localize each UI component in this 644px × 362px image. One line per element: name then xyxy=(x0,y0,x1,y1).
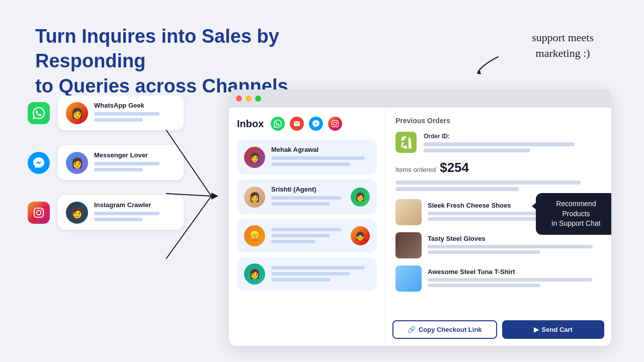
product-thumb-gloves xyxy=(395,232,422,258)
placeholder-line xyxy=(94,162,159,165)
product-bar xyxy=(428,284,540,287)
instagram-contact-name: Instagram Crawler xyxy=(94,201,176,209)
tooltip-line2: in Support Chat xyxy=(551,219,600,227)
agent-avatar: 👩 xyxy=(351,188,370,207)
placeholder-line xyxy=(271,228,341,231)
send-cart-button[interactable]: ▶ Send Cart xyxy=(502,320,605,339)
placeholder-line xyxy=(94,112,159,116)
product-item-gloves: Tasty Steel Gloves xyxy=(395,232,601,258)
product-info-tshirt: Awesome Steel Tuna T-Shirt xyxy=(428,268,601,289)
messenger-contact-info: Messenger Lover xyxy=(94,151,176,174)
product-item-tshirt: Awesome Steel Tuna T-Shirt xyxy=(395,265,601,292)
copy-checkout-link-button[interactable]: 🔗 Copy Checkout Link xyxy=(392,320,497,339)
instagram-row: 🧑 Instagram Crawler xyxy=(28,195,184,230)
mehak-name: Mehak Agrawal xyxy=(271,146,370,153)
whatsapp-contact-avatar: 👩 xyxy=(66,102,88,124)
chat-item-mehak[interactable]: 👩 Mehak Agrawal xyxy=(237,140,377,174)
placeholder-line xyxy=(94,118,143,122)
chat-item-4[interactable]: 👩 xyxy=(237,257,377,291)
placeholder-line xyxy=(271,272,350,276)
product-info-gloves: Tasty Steel Gloves xyxy=(428,235,601,256)
srishti-avatar: 👩 xyxy=(244,187,265,208)
whatsapp-icon xyxy=(28,102,50,124)
whatsapp-contact-card: 👩 WhatsApp Geek xyxy=(58,96,184,130)
messenger-contact-avatar: 👩 xyxy=(66,152,88,174)
instagram-contact-avatar: 🧑 xyxy=(66,202,88,224)
placeholder-line xyxy=(271,156,365,160)
orders-buttons: 🔗 Copy Checkout Link ▶ Send Cart xyxy=(392,320,604,339)
placeholder-line xyxy=(271,278,331,282)
browser-window: Inbox xyxy=(229,89,611,346)
instagram-icon xyxy=(28,202,50,224)
window-minimize-dot xyxy=(246,96,252,102)
mehak-avatar: 👩 xyxy=(244,147,265,168)
items-ordered-label: Items ordered xyxy=(395,166,436,173)
instagram-contact-info: Instagram Crawler xyxy=(94,201,176,224)
inbox-email-icon[interactable] xyxy=(290,117,304,131)
browser-titlebar xyxy=(229,89,611,108)
headline: Turn Inquires into Sales by Responding t… xyxy=(35,24,377,99)
orders-panel-title: Previous Orders xyxy=(395,117,601,125)
order-bars xyxy=(395,180,601,191)
chat-item-3[interactable]: 👱 👧 xyxy=(237,219,377,252)
placeholder-line xyxy=(94,168,143,171)
shopify-logo xyxy=(395,132,417,153)
browser-content: Inbox xyxy=(229,108,611,346)
chat3-avatar: 👱 xyxy=(244,225,265,246)
inbox-instagram-icon[interactable] xyxy=(328,117,342,131)
window-maximize-dot xyxy=(255,96,261,102)
items-ordered-row: Items ordered $254 xyxy=(395,160,601,175)
send-cart-label: Send Cart xyxy=(542,326,573,333)
left-channels-panel: 👩 WhatsApp Geek 👩 Messenger Lover xyxy=(28,96,184,245)
placeholder-line xyxy=(271,240,315,243)
inbox-title: Inbox xyxy=(237,118,264,130)
order-id-info: Order ID: xyxy=(424,133,601,152)
product-bar xyxy=(428,250,540,254)
srishti-name: Srishti (Agent) xyxy=(271,186,345,193)
chat3-right-avatar: 👧 xyxy=(351,226,370,245)
placeholder-line xyxy=(271,234,330,237)
inbox-messenger-icon[interactable] xyxy=(309,117,323,131)
mehak-info: Mehak Agrawal xyxy=(271,146,370,168)
messenger-icon xyxy=(28,152,50,174)
product-bar xyxy=(428,278,593,282)
srishti-info: Srishti (Agent) xyxy=(271,186,345,208)
send-icon: ▶ xyxy=(534,326,539,333)
orders-panel: Previous Orders Order ID: Items ordered … xyxy=(385,108,611,346)
order-id-label: Order ID: xyxy=(424,133,601,140)
svg-marker-4 xyxy=(211,193,218,200)
product-bar xyxy=(428,245,593,248)
messenger-contact-name: Messenger Lover xyxy=(94,151,176,159)
whatsapp-contact-info: WhatsApp Geek xyxy=(94,102,176,124)
recommend-products-tooltip: Recommend Products in Support Chat xyxy=(536,193,611,235)
order-id-bar1 xyxy=(424,142,575,146)
placeholder-line xyxy=(94,212,159,215)
chat3-agent-avatar: 👧 xyxy=(351,226,370,245)
handwritten-line2: marketing :) xyxy=(532,46,594,61)
inbox-header: Inbox xyxy=(237,117,377,131)
placeholder-line xyxy=(271,162,350,166)
order-id-row: Order ID: xyxy=(395,132,601,153)
instagram-contact-card: 🧑 Instagram Crawler xyxy=(58,195,184,230)
inbox-panel: Inbox xyxy=(229,108,385,346)
product-name-tshirt: Awesome Steel Tuna T-Shirt xyxy=(428,268,601,276)
chat4-info xyxy=(271,264,370,284)
items-ordered-value: $254 xyxy=(440,160,469,175)
tooltip-line1: Recommend Products xyxy=(556,200,596,218)
product-name-gloves: Tasty Steel Gloves xyxy=(428,235,601,242)
order-bar xyxy=(395,180,581,185)
chat-item-srishti[interactable]: 👩 Srishti (Agent) 👩 xyxy=(237,179,377,214)
srishti-right-avatar: 👩 xyxy=(351,188,370,207)
placeholder-line xyxy=(94,218,143,221)
product-bar xyxy=(428,217,540,221)
handwritten-line1: support meets xyxy=(532,30,594,46)
decorative-curve xyxy=(473,54,503,74)
placeholder-line xyxy=(271,196,341,200)
headline-highlight: Turn Inquires into Sales xyxy=(35,26,252,47)
inbox-whatsapp-icon[interactable] xyxy=(271,117,285,131)
copy-checkout-label: Copy Checkout Link xyxy=(419,326,482,333)
messenger-row: 👩 Messenger Lover xyxy=(28,145,184,180)
chat3-info xyxy=(271,226,345,246)
placeholder-line xyxy=(271,202,330,206)
order-bar xyxy=(395,187,519,191)
